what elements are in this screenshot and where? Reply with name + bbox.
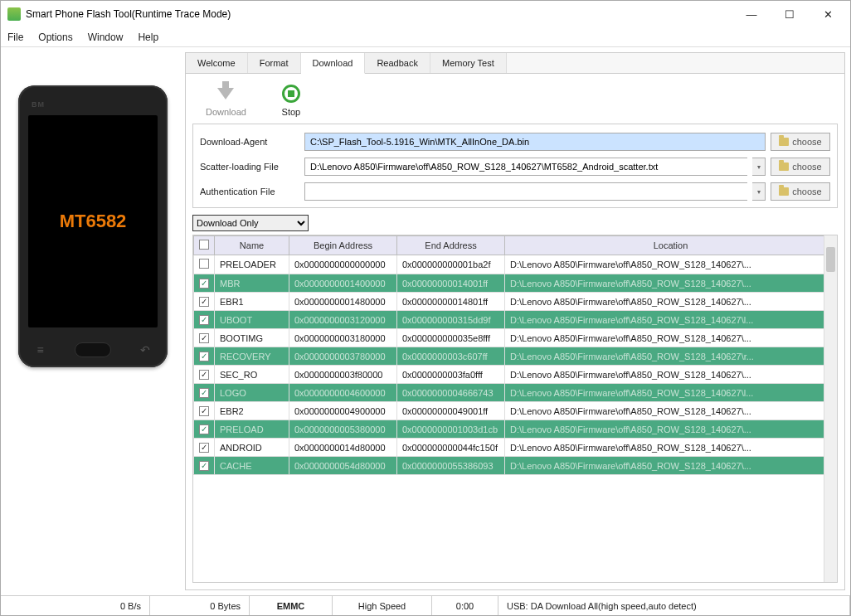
- window-title: Smart Phone Flash Tool(Runtime Trace Mod…: [26, 8, 732, 20]
- close-button[interactable]: ✕: [809, 1, 847, 27]
- cell-begin: 0x0000000003120000: [289, 311, 397, 329]
- row-checkbox-cell[interactable]: ✓: [194, 274, 215, 293]
- auth-dropdown-icon[interactable]: ▾: [752, 182, 766, 201]
- phone-screen: MT6582: [28, 115, 158, 327]
- download-label: Download: [206, 107, 246, 117]
- table-row[interactable]: ✓BOOTIMG0x00000000031800000x000000000035…: [194, 329, 837, 347]
- table-row[interactable]: PRELOADER0x00000000000000000x00000000000…: [194, 255, 837, 274]
- scatter-dropdown-icon[interactable]: ▾: [752, 158, 766, 176]
- file-form: Download-Agent choose Scatter-loading Fi…: [192, 124, 838, 208]
- col-name[interactable]: Name: [215, 236, 289, 255]
- col-begin[interactable]: Begin Address: [289, 236, 397, 255]
- row-checkbox-cell[interactable]: ✓: [194, 347, 215, 366]
- choose-agent-button[interactable]: choose: [771, 133, 830, 151]
- status-bar: 0 B/s 0 Bytes EMMC High Speed 0:00 USB: …: [1, 595, 850, 615]
- checkbox-icon[interactable]: ✓: [199, 443, 209, 453]
- tab-memory-test[interactable]: Memory Test: [430, 53, 507, 73]
- cell-begin: 0x0000000003180000: [289, 329, 397, 347]
- table-row[interactable]: ✓SEC_RO0x0000000003f800000x0000000003fa0…: [194, 366, 837, 384]
- cell-end: 0x0000000004666743: [397, 384, 505, 402]
- cell-loc: D:\Lenovo A850\Firmware\off\A850_ROW_S12…: [505, 457, 837, 475]
- row-checkbox-cell[interactable]: [194, 255, 215, 274]
- choose-auth-button[interactable]: choose: [771, 182, 830, 201]
- cell-name: UBOOT: [215, 311, 289, 329]
- phone-brand: BM: [32, 100, 45, 109]
- row-checkbox-cell[interactable]: ✓: [194, 457, 215, 475]
- cell-name: EBR1: [215, 293, 289, 311]
- col-end[interactable]: End Address: [397, 236, 505, 255]
- table-row[interactable]: ✓RECOVERY0x00000000037800000x0000000003c…: [194, 347, 837, 366]
- title-bar: Smart Phone Flash Tool(Runtime Trace Mod…: [1, 1, 850, 27]
- minimize-button[interactable]: —: [732, 1, 771, 27]
- checkbox-icon[interactable]: ✓: [199, 406, 209, 416]
- table-row[interactable]: ✓EBR20x00000000049000000x00000000049001f…: [194, 402, 837, 420]
- tab-welcome[interactable]: Welcome: [186, 53, 248, 73]
- menu-bar: File Options Window Help: [1, 27, 850, 47]
- menu-options[interactable]: Options: [38, 32, 72, 43]
- row-checkbox-cell[interactable]: ✓: [194, 293, 215, 311]
- checkbox-icon[interactable]: ✓: [199, 370, 209, 380]
- row-checkbox-cell[interactable]: ✓: [194, 366, 215, 384]
- cell-loc: D:\Lenovo A850\Firmware\off\A850_ROW_S12…: [505, 420, 837, 439]
- download-arrow-icon: [214, 82, 237, 105]
- row-checkbox-cell[interactable]: ✓: [194, 420, 215, 439]
- row-checkbox-cell[interactable]: ✓: [194, 329, 215, 347]
- col-location[interactable]: Location: [505, 236, 837, 255]
- scatter-file-input[interactable]: [304, 158, 747, 176]
- menu-help[interactable]: Help: [138, 32, 158, 43]
- download-agent-input[interactable]: [304, 133, 766, 151]
- checkbox-icon[interactable]: [199, 259, 209, 269]
- download-button[interactable]: Download: [206, 82, 246, 117]
- table-row[interactable]: ✓LOGO0x00000000046000000x000000000466674…: [194, 384, 837, 402]
- menu-window[interactable]: Window: [88, 32, 124, 43]
- table-row[interactable]: ✓UBOOT0x00000000031200000x000000000315dd…: [194, 311, 837, 329]
- table-row[interactable]: ✓PRELOAD0x00000000053800000x000000000100…: [194, 420, 837, 439]
- download-mode-select[interactable]: Download Only: [192, 215, 309, 231]
- tab-format[interactable]: Format: [248, 53, 301, 73]
- cell-name: CACHE: [215, 457, 289, 475]
- header-checkbox-icon[interactable]: [199, 240, 209, 250]
- checkbox-icon[interactable]: ✓: [199, 297, 209, 307]
- folder-icon: [779, 187, 789, 196]
- menu-file[interactable]: File: [7, 32, 23, 43]
- tab-download[interactable]: Download: [301, 53, 366, 74]
- table-row[interactable]: ✓CACHE0x0000000054d800000x00000000553860…: [194, 457, 837, 475]
- table-row[interactable]: ✓ANDROID0x0000000014d800000x000000000044…: [194, 439, 837, 457]
- cell-loc: D:\Lenovo A850\Firmware\off\A850_ROW_S12…: [505, 439, 837, 457]
- table-row[interactable]: ✓MBR0x00000000014000000x00000000014001ff…: [194, 274, 837, 293]
- row-checkbox-cell[interactable]: ✓: [194, 439, 215, 457]
- checkbox-icon[interactable]: ✓: [199, 333, 209, 343]
- cell-begin: 0x0000000001480000: [289, 293, 397, 311]
- row-checkbox-cell[interactable]: ✓: [194, 384, 215, 402]
- checkbox-icon[interactable]: ✓: [199, 315, 209, 325]
- cell-end: 0x0000000003fa0fff: [397, 366, 505, 384]
- checkbox-icon[interactable]: ✓: [199, 388, 209, 398]
- scrollbar-thumb[interactable]: [826, 247, 835, 272]
- col-check[interactable]: [194, 236, 215, 255]
- checkbox-icon[interactable]: ✓: [199, 461, 209, 471]
- download-agent-label: Download-Agent: [200, 137, 299, 147]
- checkbox-icon[interactable]: ✓: [199, 352, 209, 361]
- stop-button[interactable]: Stop: [280, 82, 303, 117]
- cell-begin: 0x0000000004600000: [289, 384, 397, 402]
- status-storage: EMMC: [250, 596, 333, 615]
- stop-icon: [280, 82, 303, 105]
- choose-scatter-button[interactable]: choose: [771, 158, 830, 176]
- vertical-scrollbar[interactable]: [824, 235, 837, 582]
- checkbox-icon[interactable]: ✓: [199, 424, 209, 434]
- cell-end: 0x00000000014801ff: [397, 293, 505, 311]
- row-checkbox-cell[interactable]: ✓: [194, 402, 215, 420]
- phone-mockup: BM MT6582 ≡ ↶: [18, 85, 168, 367]
- cell-begin: 0x0000000004900000: [289, 402, 397, 420]
- row-checkbox-cell[interactable]: ✓: [194, 311, 215, 329]
- status-mode: High Speed: [333, 596, 432, 615]
- checkbox-icon[interactable]: ✓: [199, 279, 209, 289]
- cell-loc: D:\Lenovo A850\Firmware\off\A850_ROW_S12…: [505, 329, 837, 347]
- cell-begin: 0x0000000003780000: [289, 347, 397, 366]
- tab-readback[interactable]: Readback: [365, 53, 430, 73]
- table-row[interactable]: ✓EBR10x00000000014800000x00000000014801f…: [194, 293, 837, 311]
- maximize-button[interactable]: ☐: [771, 1, 809, 27]
- download-mode-row: Download Only: [192, 215, 838, 231]
- auth-file-input[interactable]: [304, 182, 747, 201]
- cell-name: ANDROID: [215, 439, 289, 457]
